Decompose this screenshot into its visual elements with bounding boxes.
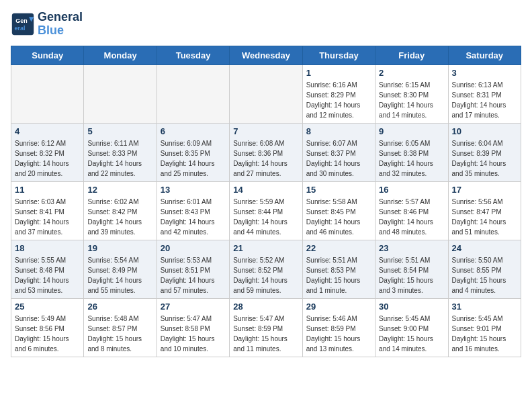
calendar-week-row: 25 Sunrise: 5:49 AM Sunset: 8:56 PM Dayl…	[11, 298, 521, 357]
day-info: Sunrise: 6:15 AM Sunset: 8:30 PM Dayligh…	[379, 80, 444, 120]
calendar-cell: 14 Sunrise: 5:59 AM Sunset: 8:44 PM Dayl…	[230, 181, 302, 240]
day-number: 9	[379, 126, 444, 136]
calendar-cell: 17 Sunrise: 5:56 AM Sunset: 8:47 PM Dayl…	[448, 181, 521, 240]
day-number: 24	[452, 243, 517, 253]
calendar-cell: 18 Sunrise: 5:55 AM Sunset: 8:48 PM Dayl…	[11, 240, 84, 298]
logo: Gen eral GeneralBlue	[11, 11, 83, 38]
day-info: Sunrise: 5:50 AM Sunset: 8:55 PM Dayligh…	[452, 255, 517, 295]
svg-text:Gen: Gen	[15, 17, 28, 24]
calendar-cell: 30 Sunrise: 5:45 AM Sunset: 9:00 PM Dayl…	[375, 298, 448, 357]
day-number: 31	[452, 302, 517, 312]
day-info: Sunrise: 5:45 AM Sunset: 9:00 PM Dayligh…	[379, 314, 444, 354]
day-info: Sunrise: 5:59 AM Sunset: 8:44 PM Dayligh…	[233, 197, 298, 237]
day-info: Sunrise: 6:04 AM Sunset: 8:39 PM Dayligh…	[452, 138, 517, 179]
day-info: Sunrise: 6:11 AM Sunset: 8:33 PM Dayligh…	[87, 138, 152, 179]
day-number: 19	[87, 243, 152, 253]
logo-text: GeneralBlue	[38, 11, 83, 38]
calendar-cell: 23 Sunrise: 5:51 AM Sunset: 8:54 PM Dayl…	[375, 240, 448, 298]
calendar-cell: 27 Sunrise: 5:47 AM Sunset: 8:58 PM Dayl…	[157, 298, 229, 357]
calendar-cell: 19 Sunrise: 5:54 AM Sunset: 8:49 PM Dayl…	[84, 240, 157, 298]
day-number: 18	[15, 243, 80, 253]
weekday-header-row: SundayMondayTuesdayWednesdayThursdayFrid…	[11, 46, 521, 64]
day-number: 29	[306, 302, 371, 312]
calendar-cell: 21 Sunrise: 5:52 AM Sunset: 8:52 PM Dayl…	[230, 240, 302, 298]
calendar-cell: 22 Sunrise: 5:51 AM Sunset: 8:53 PM Dayl…	[302, 240, 375, 298]
day-info: Sunrise: 6:12 AM Sunset: 8:32 PM Dayligh…	[15, 138, 80, 179]
calendar-cell: 13 Sunrise: 6:01 AM Sunset: 8:43 PM Dayl…	[157, 181, 229, 240]
calendar-cell: 26 Sunrise: 5:48 AM Sunset: 8:57 PM Dayl…	[84, 298, 157, 357]
calendar-cell: 3 Sunrise: 6:13 AM Sunset: 8:31 PM Dayli…	[448, 64, 521, 123]
day-number: 15	[306, 185, 371, 195]
day-number: 13	[161, 185, 226, 195]
calendar-cell: 16 Sunrise: 5:57 AM Sunset: 8:46 PM Dayl…	[375, 181, 448, 240]
day-info: Sunrise: 5:51 AM Sunset: 8:53 PM Dayligh…	[306, 255, 371, 295]
day-info: Sunrise: 6:16 AM Sunset: 8:29 PM Dayligh…	[306, 80, 371, 120]
calendar-cell: 4 Sunrise: 6:12 AM Sunset: 8:32 PM Dayli…	[11, 123, 84, 181]
day-info: Sunrise: 6:08 AM Sunset: 8:36 PM Dayligh…	[233, 138, 298, 179]
calendar-cell: 6 Sunrise: 6:09 AM Sunset: 8:35 PM Dayli…	[157, 123, 229, 181]
calendar-cell: 2 Sunrise: 6:15 AM Sunset: 8:30 PM Dayli…	[375, 64, 448, 123]
calendar-cell: 8 Sunrise: 6:07 AM Sunset: 8:37 PM Dayli…	[302, 123, 375, 181]
day-number: 28	[233, 302, 298, 312]
day-info: Sunrise: 5:58 AM Sunset: 8:45 PM Dayligh…	[306, 197, 371, 237]
day-number: 8	[306, 126, 371, 136]
day-info: Sunrise: 5:56 AM Sunset: 8:47 PM Dayligh…	[452, 197, 517, 237]
day-info: Sunrise: 5:46 AM Sunset: 8:59 PM Dayligh…	[306, 314, 371, 354]
day-info: Sunrise: 5:51 AM Sunset: 8:54 PM Dayligh…	[379, 255, 444, 295]
day-number: 21	[233, 243, 298, 253]
day-info: Sunrise: 6:01 AM Sunset: 8:43 PM Dayligh…	[161, 197, 226, 237]
calendar-week-row: 18 Sunrise: 5:55 AM Sunset: 8:48 PM Dayl…	[11, 240, 521, 298]
day-number: 23	[379, 243, 444, 253]
day-number: 17	[452, 185, 517, 195]
day-number: 14	[233, 185, 298, 195]
day-number: 16	[379, 185, 444, 195]
calendar-cell: 1 Sunrise: 6:16 AM Sunset: 8:29 PM Dayli…	[302, 64, 375, 123]
day-info: Sunrise: 6:02 AM Sunset: 8:42 PM Dayligh…	[87, 197, 152, 237]
weekday-header-friday: Friday	[375, 46, 448, 64]
weekday-header-monday: Monday	[84, 46, 157, 64]
day-number: 11	[15, 185, 80, 195]
calendar-week-row: 11 Sunrise: 6:03 AM Sunset: 8:41 PM Dayl…	[11, 181, 521, 240]
day-info: Sunrise: 6:03 AM Sunset: 8:41 PM Dayligh…	[15, 197, 80, 237]
calendar-week-row: 1 Sunrise: 6:16 AM Sunset: 8:29 PM Dayli…	[11, 64, 521, 123]
day-number: 12	[87, 185, 152, 195]
day-info: Sunrise: 5:47 AM Sunset: 8:58 PM Dayligh…	[161, 314, 226, 354]
day-number: 25	[15, 302, 80, 312]
calendar-cell: 29 Sunrise: 5:46 AM Sunset: 8:59 PM Dayl…	[302, 298, 375, 357]
page-header: Gen eral GeneralBlue	[11, 11, 521, 38]
day-info: Sunrise: 6:09 AM Sunset: 8:35 PM Dayligh…	[161, 138, 226, 179]
weekday-header-saturday: Saturday	[448, 46, 521, 64]
day-info: Sunrise: 5:49 AM Sunset: 8:56 PM Dayligh…	[15, 314, 80, 354]
day-number: 4	[15, 126, 80, 136]
calendar-cell	[230, 64, 302, 123]
calendar-cell: 25 Sunrise: 5:49 AM Sunset: 8:56 PM Dayl…	[11, 298, 84, 357]
logo-icon: Gen eral	[11, 12, 35, 36]
day-number: 27	[161, 302, 226, 312]
calendar-cell: 28 Sunrise: 5:47 AM Sunset: 8:59 PM Dayl…	[230, 298, 302, 357]
day-info: Sunrise: 5:53 AM Sunset: 8:51 PM Dayligh…	[161, 255, 226, 295]
day-number: 1	[306, 68, 371, 78]
calendar-cell: 24 Sunrise: 5:50 AM Sunset: 8:55 PM Dayl…	[448, 240, 521, 298]
day-info: Sunrise: 6:07 AM Sunset: 8:37 PM Dayligh…	[306, 138, 371, 179]
weekday-header-wednesday: Wednesday	[230, 46, 302, 64]
day-number: 10	[452, 126, 517, 136]
day-info: Sunrise: 5:52 AM Sunset: 8:52 PM Dayligh…	[233, 255, 298, 295]
day-number: 26	[87, 302, 152, 312]
day-info: Sunrise: 5:45 AM Sunset: 9:01 PM Dayligh…	[452, 314, 517, 354]
day-number: 3	[452, 68, 517, 78]
day-number: 6	[161, 126, 226, 136]
calendar-cell: 31 Sunrise: 5:45 AM Sunset: 9:01 PM Dayl…	[448, 298, 521, 357]
day-number: 7	[233, 126, 298, 136]
calendar-cell	[11, 64, 84, 123]
calendar-table: SundayMondayTuesdayWednesdayThursdayFrid…	[11, 46, 521, 357]
day-number: 30	[379, 302, 444, 312]
day-info: Sunrise: 6:05 AM Sunset: 8:38 PM Dayligh…	[379, 138, 444, 179]
calendar-cell: 5 Sunrise: 6:11 AM Sunset: 8:33 PM Dayli…	[84, 123, 157, 181]
day-number: 2	[379, 68, 444, 78]
calendar-cell: 10 Sunrise: 6:04 AM Sunset: 8:39 PM Dayl…	[448, 123, 521, 181]
calendar-cell: 7 Sunrise: 6:08 AM Sunset: 8:36 PM Dayli…	[230, 123, 302, 181]
calendar-cell: 15 Sunrise: 5:58 AM Sunset: 8:45 PM Dayl…	[302, 181, 375, 240]
calendar-cell: 9 Sunrise: 6:05 AM Sunset: 8:38 PM Dayli…	[375, 123, 448, 181]
day-info: Sunrise: 5:54 AM Sunset: 8:49 PM Dayligh…	[87, 255, 152, 295]
weekday-header-thursday: Thursday	[302, 46, 375, 64]
